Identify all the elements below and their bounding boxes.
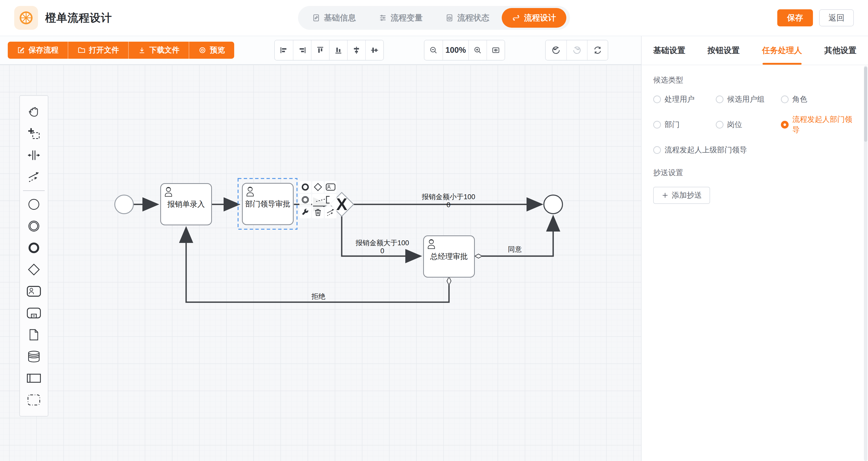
add-cc-button[interactable]: 添加抄送	[653, 187, 710, 204]
nav-tab-process-design[interactable]: 流程设计	[502, 8, 566, 28]
candidate-type-options: 处理用户 候选用户组 角色 部门	[653, 94, 856, 155]
radio-circle-icon	[653, 95, 661, 103]
edge-label-amount-lt-1000[interactable]: 报销金额小于1000	[422, 193, 475, 209]
task-node-gm-approval[interactable]: 总经理审批	[423, 235, 475, 278]
reset-zoom-button[interactable]	[487, 40, 504, 60]
undo-button[interactable]	[546, 40, 566, 60]
refresh-button[interactable]	[587, 40, 608, 60]
header-actions: 保存 返回	[777, 9, 854, 26]
radio-candidate-user-group[interactable]: 候选用户组	[716, 94, 781, 105]
app-logo-icon	[14, 6, 38, 30]
zoom-level-display: 100%	[442, 40, 468, 60]
align-right-button[interactable]	[293, 40, 311, 60]
edge-label-amount-gt-1000[interactable]: 报销金额大于1000	[355, 239, 409, 255]
panel-scrollbar-thumb[interactable]	[864, 67, 867, 142]
status-doc-icon	[445, 14, 454, 22]
radio-circle-icon	[653, 121, 661, 128]
redo-button[interactable]	[566, 40, 587, 60]
bpmn-canvas[interactable]: 报销单录入 部门领导审批	[0, 65, 641, 461]
align-bottom-button[interactable]	[329, 40, 347, 60]
settings-body: 候选类型 处理用户 候选用户组 角色	[642, 65, 868, 214]
doc-edit-icon	[312, 14, 320, 22]
flow-design-icon	[512, 14, 520, 22]
trash-delete-icon[interactable]	[312, 206, 324, 218]
edge-label-agree[interactable]: 同意	[508, 246, 522, 254]
radio-initiator-upper-dept-leader[interactable]: 流程发起人上级部门领导	[653, 145, 856, 155]
radio-handler-user[interactable]: 处理用户	[653, 94, 716, 105]
page-title: 橙单流程设计	[45, 10, 112, 25]
settings-tabs: 基础设置 按钮设置 任务处理人 其他设置	[642, 36, 868, 65]
radio-initiator-dept-leader[interactable]: 流程发起人部门领导	[781, 114, 856, 135]
edit-icon	[17, 46, 25, 54]
radio-circle-icon	[716, 95, 723, 103]
align-center-horizontal-button[interactable]	[347, 40, 365, 60]
radio-circle-icon	[781, 95, 788, 103]
panel-scrollbar	[864, 66, 867, 461]
zoom-out-button[interactable]	[425, 40, 442, 60]
nav-tab-process-variables[interactable]: 流程变量	[368, 8, 433, 28]
zoom-tool-group: 100%	[424, 40, 505, 61]
align-center-vertical-button[interactable]	[365, 40, 383, 60]
cc-settings-label: 抄送设置	[653, 168, 856, 178]
main-area: 保存流程 打开文件 下载	[0, 36, 868, 461]
tab-button-settings[interactable]: 按钮设置	[708, 36, 740, 65]
back-button[interactable]: 返回	[819, 9, 854, 26]
diagram-layer	[0, 65, 641, 461]
download-file-button[interactable]: 下载文件	[128, 42, 189, 59]
wrench-change-type-icon[interactable]	[299, 206, 311, 218]
context-pad	[299, 181, 338, 218]
file-action-group: 保存流程 打开文件 下载	[8, 42, 234, 59]
preview-button[interactable]: 预览	[189, 42, 234, 59]
folder-open-icon	[78, 46, 85, 54]
download-icon	[138, 46, 146, 54]
align-left-button[interactable]	[275, 40, 293, 60]
variables-icon	[379, 14, 387, 22]
radio-role[interactable]: 角色	[781, 94, 856, 105]
open-file-button[interactable]: 打开文件	[68, 42, 128, 59]
radio-position[interactable]: 岗位	[716, 114, 781, 135]
task-node-dept-leader-approval[interactable]: 部门领导审批	[242, 183, 293, 225]
task-node-expense-entry[interactable]: 报销单录入	[160, 183, 212, 225]
user-task-icon	[427, 238, 438, 250]
append-user-task-icon[interactable]	[325, 181, 337, 193]
save-button[interactable]: 保存	[777, 9, 813, 26]
canvas-toolbar: 保存流程 打开文件 下载	[0, 36, 641, 65]
align-tool-group	[274, 40, 384, 61]
tab-basic-settings[interactable]: 基础设置	[653, 36, 685, 65]
save-process-button[interactable]: 保存流程	[8, 42, 68, 59]
radio-circle-icon	[653, 146, 661, 154]
candidate-type-label: 候选类型	[653, 75, 856, 85]
connect-tool-icon[interactable]	[325, 206, 337, 218]
align-top-button[interactable]	[311, 40, 329, 60]
radio-circle-icon	[716, 121, 723, 128]
user-task-icon	[245, 186, 257, 197]
app-window: 橙单流程设计 基础信息 流程变量	[0, 0, 868, 461]
tab-other-settings[interactable]: 其他设置	[824, 36, 856, 65]
header-nav: 基础信息 流程变量	[298, 6, 570, 30]
zoom-in-button[interactable]	[468, 40, 487, 60]
append-end-event-icon[interactable]	[299, 181, 311, 193]
plus-icon	[661, 192, 669, 199]
radio-department[interactable]: 部门	[653, 114, 716, 135]
edge-label-reject[interactable]: 拒绝	[311, 293, 326, 300]
workspace: 保存流程 打开文件 下载	[0, 36, 641, 461]
radio-circle-icon	[781, 121, 788, 128]
append-text-annotation-icon[interactable]	[312, 194, 337, 206]
nav-tab-basic-info[interactable]: 基础信息	[302, 8, 366, 28]
append-gateway-icon[interactable]	[312, 181, 324, 193]
settings-panel: 基础设置 按钮设置 任务处理人 其他设置 候选类型 处理用户 候选用户组	[641, 36, 868, 461]
preview-eye-icon	[198, 46, 206, 54]
tab-task-handler[interactable]: 任务处理人	[762, 36, 802, 65]
history-tool-group	[545, 40, 608, 61]
user-task-icon	[164, 186, 175, 197]
append-intermediate-event-icon[interactable]	[299, 194, 311, 206]
nav-tab-process-status[interactable]: 流程状态	[435, 8, 500, 28]
header: 橙单流程设计 基础信息 流程变量	[0, 0, 868, 36]
